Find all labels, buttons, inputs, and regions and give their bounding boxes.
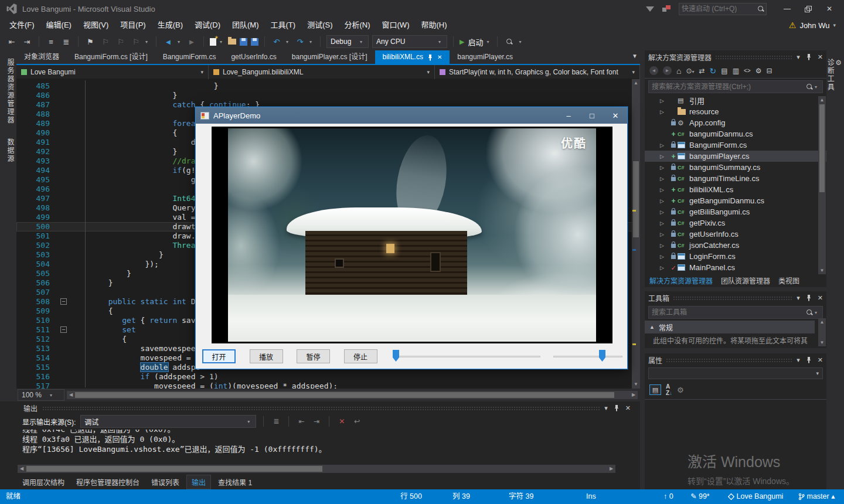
doc-tab-bangumiPlayer.cs[interactable]: bangumiPlayer.cs bbox=[450, 50, 520, 64]
code-line[interactable]: 516 if (addspeed > 1) bbox=[16, 372, 640, 382]
scroll-right-icon[interactable]: ▶ bbox=[629, 391, 638, 399]
menu-分析(N)[interactable]: 分析(N) bbox=[338, 18, 376, 33]
categorized-icon[interactable]: ▤ bbox=[649, 384, 661, 395]
expander-icon[interactable]: ▷ bbox=[660, 98, 669, 104]
scroll-up-icon[interactable]: ▲ bbox=[818, 318, 826, 326]
scroll-left-icon[interactable]: ◀ bbox=[67, 391, 75, 399]
goto-prev-message-icon[interactable]: ⇤ bbox=[296, 417, 307, 425]
status-branch[interactable]: master ▴ bbox=[798, 489, 835, 504]
toolbox-search-box[interactable]: ▾ bbox=[648, 306, 823, 319]
forward-icon[interactable]: ► bbox=[663, 66, 672, 75]
search-dropdown-icon[interactable]: ▾ bbox=[815, 310, 819, 315]
menu-窗口(W)[interactable]: 窗口(W) bbox=[376, 18, 416, 33]
side-tab-诊断工具[interactable]: ⚙诊断工具 bbox=[828, 53, 843, 97]
sync-with-active-document-icon[interactable]: ⇄ bbox=[699, 67, 705, 75]
quick-launch-input[interactable] bbox=[682, 5, 758, 13]
preview-selected-icon[interactable]: ⊟ bbox=[766, 67, 772, 75]
doc-tab-BangumiForm.cs[interactable]: BangumiForm.cs bbox=[155, 50, 224, 64]
menu-视图(V)[interactable]: 视图(V) bbox=[77, 18, 114, 33]
new-file-dropdown-icon[interactable]: ▾ bbox=[220, 39, 224, 45]
tree-item-bangumiTimeLine.cs[interactable]: ▷C#bangumiTimeLine.cs bbox=[645, 173, 826, 184]
tree-item-bilibiliXML.cs[interactable]: ▷+C#bilibiliXML.cs bbox=[645, 184, 826, 195]
expander-icon[interactable]: ▷ bbox=[660, 209, 669, 215]
player-maximize-button[interactable]: □ bbox=[580, 107, 604, 124]
zoom-dropdown[interactable]: 100 %▾ bbox=[18, 389, 64, 401]
menu-团队(M)[interactable]: 团队(M) bbox=[226, 18, 265, 33]
tree-item-getBiliBangumi.cs[interactable]: ▷C#getBiliBangumi.cs bbox=[645, 206, 826, 217]
pin-icon[interactable] bbox=[806, 53, 812, 60]
tree-item-LoginForm.cs[interactable]: ▷LoginForm.cs bbox=[645, 251, 826, 262]
scroll-left-icon[interactable]: ◀ bbox=[18, 465, 26, 473]
solution-config-dropdown[interactable]: Debug▾ bbox=[326, 35, 369, 48]
menu-编辑(E)[interactable]: 编辑(E) bbox=[40, 18, 77, 33]
output-source-dropdown[interactable]: 调试▾ bbox=[80, 415, 256, 428]
quick-launch-box[interactable] bbox=[679, 3, 767, 15]
explorer-tab-类视图[interactable]: 类视图 bbox=[778, 275, 799, 285]
pin-icon[interactable] bbox=[806, 356, 812, 363]
pending-changes-filter-icon[interactable]: ⊙▾ bbox=[686, 67, 694, 75]
tree-item-bangumiSummary.cs[interactable]: ▷C#bangumiSummary.cs bbox=[645, 162, 826, 173]
back-icon[interactable]: ◄ bbox=[649, 66, 658, 75]
breadcrumb-method[interactable]: StartPlay(int w, int h, Graphics g, Colo… bbox=[435, 65, 640, 79]
expander-icon[interactable]: ▷ bbox=[660, 142, 669, 148]
expander-icon[interactable]: ▷ bbox=[660, 187, 669, 193]
next-bookmark-icon[interactable]: ⚐ bbox=[115, 36, 127, 47]
status-pull-icon[interactable]: ↑ 0 bbox=[663, 489, 673, 504]
status-pending-edits[interactable]: ✎ 99* bbox=[690, 489, 710, 504]
tree-item-getPixiv.cs[interactable]: ▷C#getPixiv.cs bbox=[645, 217, 826, 229]
panel-menu-icon[interactable]: ▾ bbox=[797, 294, 800, 302]
output-text[interactable]: 线程 0xf4c 已退出，返回值为 0 (0x0)。线程 0x3fa0 已退出，… bbox=[0, 430, 640, 462]
scroll-up-icon[interactable]: ▲ bbox=[818, 96, 826, 104]
message-filter-icon[interactable]: ≣ bbox=[271, 417, 281, 425]
seek-slider-thumb[interactable] bbox=[393, 350, 399, 362]
doc-tab-对象浏览器[interactable]: 对象浏览器 bbox=[16, 50, 67, 64]
navigate-backward-dropdown-icon[interactable]: ▾ bbox=[178, 39, 182, 45]
fold-collapse-icon[interactable]: – bbox=[60, 298, 67, 305]
output-titlebar[interactable]: 输出 ▾ ✕ bbox=[0, 401, 640, 413]
chevron-down-icon[interactable]: ▾ bbox=[200, 69, 203, 75]
panel-menu-icon[interactable]: ▾ bbox=[797, 53, 800, 61]
aplayerdemo-window[interactable]: APlayerDemo – □ ✕ 优酷 打开播放暂停停止 bbox=[195, 107, 628, 369]
toolbar-overflow-icon[interactable]: ▾ bbox=[519, 39, 523, 45]
toolbox-search-input[interactable] bbox=[652, 308, 804, 316]
scroll-up-icon[interactable]: ▲ bbox=[632, 79, 640, 87]
tree-item-MainPanel.cs[interactable]: ▷✓MainPanel.cs bbox=[645, 262, 826, 273]
chevron-down-icon[interactable]: ▾ bbox=[427, 69, 430, 75]
feedback-filter-icon[interactable] bbox=[646, 6, 654, 12]
close-tab-icon[interactable]: ✕ bbox=[437, 50, 442, 64]
tree-item-bangumiDanmu.cs[interactable]: +C#bangumiDanmu.cs bbox=[645, 128, 826, 139]
navigate-forward-ex-icon[interactable]: ⇥ bbox=[21, 36, 33, 47]
send-feedback-icon[interactable] bbox=[662, 5, 671, 12]
properties-icon[interactable]: ⚙ bbox=[755, 67, 762, 75]
expander-icon[interactable]: ▷ bbox=[660, 109, 669, 115]
redo-icon[interactable]: ↷ bbox=[294, 36, 306, 47]
tree-item-BangumiForm.cs[interactable]: ▷BangumiForm.cs bbox=[645, 139, 826, 151]
panel-tab-调用层次结构[interactable]: 调用层次结构 bbox=[18, 475, 69, 489]
show-all-files-icon[interactable]: ▥ bbox=[733, 67, 739, 75]
prev-bookmark-icon[interactable]: ⚐ bbox=[100, 36, 111, 47]
volume-slider-track[interactable] bbox=[553, 356, 622, 357]
panel-tab-输出[interactable]: 输出 bbox=[186, 475, 211, 489]
user-dropdown-icon[interactable]: ▾ bbox=[833, 22, 836, 28]
property-pages-icon[interactable]: ⚙ bbox=[677, 386, 684, 394]
pin-icon[interactable] bbox=[806, 294, 812, 301]
collapse-all-icon[interactable]: ▤ bbox=[721, 67, 727, 75]
chevron-down-icon[interactable]: ▾ bbox=[632, 69, 635, 75]
navigate-backward-icon[interactable]: ◄ bbox=[162, 36, 174, 47]
panel-menu-icon[interactable]: ▾ bbox=[797, 356, 800, 364]
pin-icon[interactable] bbox=[614, 404, 620, 411]
panel-close-icon[interactable]: ✕ bbox=[818, 53, 823, 61]
find-in-files-icon[interactable] bbox=[503, 36, 515, 47]
expander-icon[interactable]: ▷ bbox=[660, 154, 669, 159]
expander-icon[interactable]: ▷ bbox=[660, 198, 669, 204]
menu-项目(P)[interactable]: 项目(P) bbox=[114, 18, 151, 33]
expander-icon[interactable]: ▷ bbox=[660, 165, 669, 171]
explorer-tab-解决方案资源管理器[interactable]: 解决方案资源管理器 bbox=[649, 275, 713, 285]
minimize-button[interactable]: — bbox=[777, 1, 797, 16]
notification-warning-icon[interactable]: ⚠ bbox=[789, 21, 797, 30]
expander-icon[interactable]: ▷ bbox=[660, 176, 669, 182]
undo-dropdown-icon[interactable]: ▾ bbox=[286, 39, 291, 45]
start-debug-button[interactable]: 启动 bbox=[468, 36, 483, 47]
indent-icon[interactable]: ≡ bbox=[45, 36, 57, 47]
doc-tab-bilibiliXML.cs[interactable]: bilibiliXML.cs✕ bbox=[375, 50, 450, 64]
